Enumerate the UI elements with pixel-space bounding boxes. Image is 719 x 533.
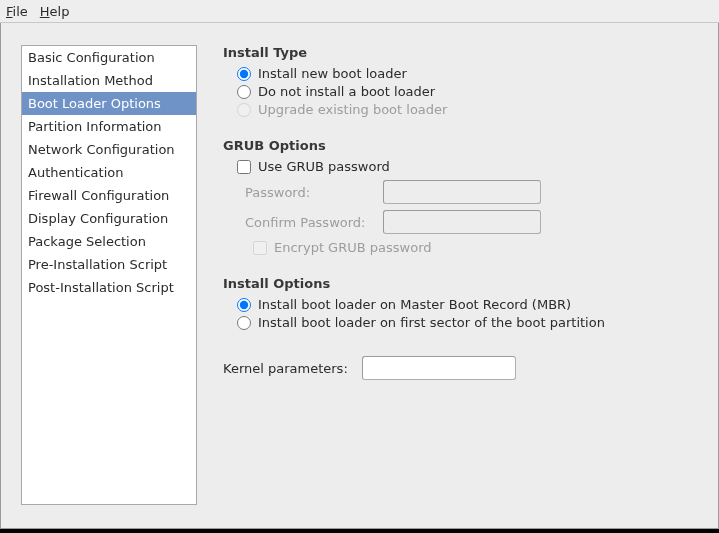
row-kernel-params: Kernel parameters:	[223, 356, 702, 380]
sidebar-item-boot-loader-options[interactable]: Boot Loader Options	[22, 92, 196, 115]
kernel-params-input[interactable]	[362, 356, 516, 380]
radio-mbr[interactable]	[237, 298, 251, 312]
menu-file[interactable]: File	[6, 4, 28, 19]
form-area: Install Type Install new boot loader Do …	[223, 45, 702, 520]
menubar: File Help	[0, 0, 719, 23]
row-use-grub-pw: Use GRUB password	[237, 159, 702, 174]
page-list: Basic Configuration Installation Method …	[21, 45, 197, 505]
row-do-not-install: Do not install a boot loader	[237, 84, 702, 99]
grub-options-title: GRUB Options	[223, 138, 702, 153]
row-upgrade: Upgrade existing boot loader	[237, 102, 702, 117]
row-confirm-password: Confirm Password:	[245, 210, 702, 234]
sidebar-item-pre-installation-script[interactable]: Pre-Installation Script	[22, 253, 196, 276]
main-panel: Basic Configuration Installation Method …	[0, 23, 719, 529]
sidebar-item-authentication[interactable]: Authentication	[22, 161, 196, 184]
row-password: Password:	[245, 180, 702, 204]
radio-mbr-label: Install boot loader on Master Boot Recor…	[258, 297, 571, 312]
radio-do-not-install-label: Do not install a boot loader	[258, 84, 435, 99]
check-use-grub-password-label: Use GRUB password	[258, 159, 390, 174]
row-mbr: Install boot loader on Master Boot Recor…	[237, 297, 702, 312]
radio-install-new[interactable]	[237, 67, 251, 81]
check-use-grub-password[interactable]	[237, 160, 251, 174]
radio-upgrade-label: Upgrade existing boot loader	[258, 102, 447, 117]
radio-first-sector-label: Install boot loader on first sector of t…	[258, 315, 605, 330]
sidebar-item-package-selection[interactable]: Package Selection	[22, 230, 196, 253]
install-options-title: Install Options	[223, 276, 702, 291]
confirm-password-input	[383, 210, 541, 234]
menu-help[interactable]: Help	[40, 4, 70, 19]
radio-first-sector[interactable]	[237, 316, 251, 330]
sidebar-item-display-configuration[interactable]: Display Configuration	[22, 207, 196, 230]
row-encrypt-grub: Encrypt GRUB password	[253, 240, 702, 255]
sidebar-item-post-installation-script[interactable]: Post-Installation Script	[22, 276, 196, 299]
password-input	[383, 180, 541, 204]
radio-install-new-label: Install new boot loader	[258, 66, 407, 81]
sidebar-item-firewall-configuration[interactable]: Firewall Configuration	[22, 184, 196, 207]
radio-upgrade	[237, 103, 251, 117]
radio-do-not-install[interactable]	[237, 85, 251, 99]
install-type-title: Install Type	[223, 45, 702, 60]
row-install-new: Install new boot loader	[237, 66, 702, 81]
sidebar-item-network-configuration[interactable]: Network Configuration	[22, 138, 196, 161]
sidebar-item-basic-configuration[interactable]: Basic Configuration	[22, 46, 196, 69]
sidebar-item-partition-information[interactable]: Partition Information	[22, 115, 196, 138]
check-encrypt-grub-password-label: Encrypt GRUB password	[274, 240, 432, 255]
password-label: Password:	[245, 185, 373, 200]
check-encrypt-grub-password	[253, 241, 267, 255]
row-first-sector: Install boot loader on first sector of t…	[237, 315, 702, 330]
kernel-params-label: Kernel parameters:	[223, 361, 348, 376]
confirm-password-label: Confirm Password:	[245, 215, 373, 230]
sidebar-item-installation-method[interactable]: Installation Method	[22, 69, 196, 92]
